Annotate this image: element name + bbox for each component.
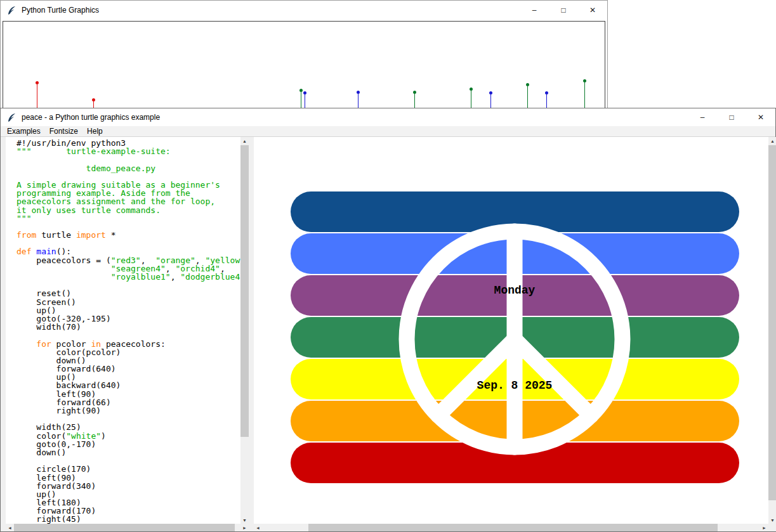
menu-help[interactable]: Help [82, 127, 107, 136]
code-vscroll-thumb[interactable] [240, 145, 249, 437]
scroll-down-arrow-icon[interactable]: ▼ [240, 516, 249, 524]
scrollbar-corner [768, 524, 776, 531]
peace-sign [254, 137, 768, 524]
minimize-button[interactable]: – [688, 108, 717, 126]
turtle-canvas: Monday Sep. 8 2025 [254, 137, 768, 524]
turtle-sprout-dot [303, 91, 306, 94]
peace-window-title: peace - a Python turtle graphics example [22, 113, 160, 122]
code-line: from turtle import * [16, 231, 240, 239]
turtle-sprout-dot [545, 91, 548, 94]
scroll-down-arrow-icon[interactable]: ▼ [768, 516, 776, 524]
code-vertical-scrollbar[interactable]: ▲ ▼ [240, 137, 249, 524]
menubar: Examples Fontsize Help [1, 126, 775, 137]
bg-window-titlebar[interactable]: Python Turtle Graphics – □ ✕ [1, 1, 607, 20]
code-line: """ [16, 214, 240, 223]
close-button[interactable]: ✕ [746, 108, 775, 126]
turtle-sprout-dot [92, 98, 95, 101]
menu-fontsize[interactable]: Fontsize [45, 127, 82, 136]
canvas-horizontal-scrollbar[interactable]: ◄ ► [254, 524, 768, 531]
bg-maximize-button[interactable]: □ [549, 1, 578, 20]
code-editor[interactable]: #!/usr/bin/env python3""" turtle-example… [6, 137, 240, 524]
turtle-sprout-stem [584, 81, 585, 110]
scroll-up-arrow-icon[interactable]: ▲ [768, 137, 776, 145]
code-line: tdemo_peace.py [16, 164, 240, 172]
code-hscroll-thumb[interactable] [14, 524, 235, 531]
turtle-sprout-dot [583, 79, 586, 82]
turtle-sprout-dot [470, 88, 473, 91]
turtle-sprout-stem [527, 85, 528, 110]
turtle-sprout-stem [37, 83, 37, 110]
code-line: it only uses turtle commands. [16, 206, 240, 214]
code-line: right(90) [16, 406, 240, 415]
code-line: width(70) [16, 323, 240, 331]
code-line: down() [16, 448, 240, 457]
turtle-feather-icon [8, 113, 16, 122]
scroll-right-arrow-icon[interactable]: ► [760, 524, 768, 531]
scroll-up-arrow-icon[interactable]: ▲ [240, 137, 249, 145]
turtle-sprout-dot [526, 83, 529, 86]
menu-examples[interactable]: Examples [3, 127, 45, 136]
code-line: "royalblue1", "dodgerblue4") [16, 273, 240, 281]
turtle-feather-icon [8, 6, 16, 15]
turtle-sprout-dot [357, 91, 360, 94]
scroll-left-arrow-icon[interactable]: ◄ [254, 524, 262, 531]
canvas-label-weekday: Monday [494, 284, 536, 297]
peace-example-window: peace - a Python turtle graphics example… [0, 108, 776, 532]
turtle-sprout-dot [299, 89, 303, 92]
peace-window-titlebar[interactable]: peace - a Python turtle graphics example… [1, 108, 775, 126]
turtle-sprout-dot [489, 91, 492, 94]
bg-close-button[interactable]: ✕ [578, 1, 607, 20]
canvas-vscroll-thumb[interactable] [768, 145, 776, 500]
bg-minimize-button[interactable]: – [520, 1, 549, 20]
turtle-sprout-dot [36, 81, 39, 84]
code-line: """ turtle-example-suite: [16, 147, 240, 155]
scroll-right-arrow-icon[interactable]: ► [240, 524, 249, 531]
bg-window-controls: – □ ✕ [520, 1, 607, 20]
peace-window-controls: – □ ✕ [688, 108, 775, 126]
scroll-left-arrow-icon[interactable]: ◄ [6, 524, 14, 531]
turtle-sprout-dot [413, 91, 416, 94]
bg-window-title: Python Turtle Graphics [22, 6, 99, 15]
canvas-label-date: Sep. 8 2025 [477, 379, 553, 392]
maximize-button[interactable]: □ [717, 108, 746, 126]
canvas-vertical-scrollbar[interactable]: ▲ ▼ [768, 137, 776, 524]
code-horizontal-scrollbar[interactable]: ◄ ► [6, 524, 249, 531]
canvas-hscroll-thumb[interactable] [308, 524, 718, 531]
